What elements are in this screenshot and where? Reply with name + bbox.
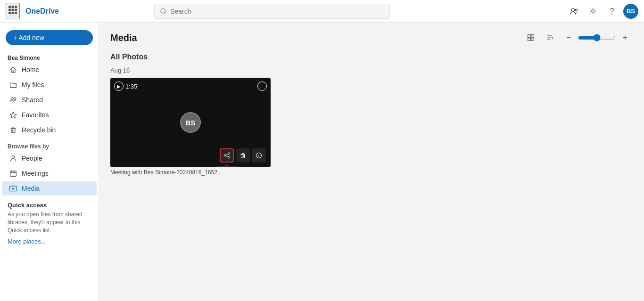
search-icon	[160, 8, 166, 15]
sidebar-item-people[interactable]: People	[2, 151, 97, 165]
share-people-icon[interactable]	[567, 4, 582, 19]
sidebar-item-shared[interactable]: Shared	[2, 93, 97, 107]
duration-label: 1:35	[125, 83, 137, 90]
sidebar-item-media[interactable]: Media	[2, 181, 97, 195]
play-icon: ▶	[114, 81, 124, 91]
user-avatar[interactable]: BS	[623, 4, 638, 19]
browse-files-by-label: Browse files by	[0, 139, 99, 151]
svg-line-37	[225, 154, 228, 155]
star-icon	[9, 111, 17, 119]
svg-point-20	[12, 156, 15, 159]
svg-rect-7	[12, 12, 14, 14]
svg-rect-2	[15, 6, 17, 8]
sidebar-item-favorites[interactable]: Favorites	[2, 108, 97, 122]
sidebar-item-recycle-bin[interactable]: Recycle bin	[2, 123, 97, 137]
svg-rect-30	[531, 38, 534, 41]
svg-rect-27	[528, 35, 531, 38]
photo-actions: Share	[220, 148, 266, 163]
sidebar-item-media-label: Media	[22, 185, 40, 192]
svg-rect-21	[10, 171, 17, 176]
svg-line-38	[225, 156, 228, 157]
play-badge: ▶ 1:35	[114, 81, 137, 91]
delete-button[interactable]	[236, 148, 250, 163]
select-circle[interactable]	[257, 81, 267, 91]
search-input[interactable]	[170, 8, 384, 15]
main-layout: + Add new Bea Simone Home My files	[0, 23, 644, 301]
svg-point-11	[571, 8, 574, 11]
share-btn-wrapper: Share	[220, 148, 234, 163]
share-icon	[223, 152, 230, 159]
sidebar: + Add new Bea Simone Home My files	[0, 23, 99, 301]
zoom-slider[interactable]	[578, 34, 616, 41]
svg-point-44	[258, 154, 259, 155]
app-logo: OneDrive	[25, 7, 59, 16]
sidebar-item-meetings[interactable]: Meetings	[2, 166, 97, 180]
apps-icon[interactable]	[6, 3, 20, 19]
svg-rect-3	[8, 9, 11, 11]
quick-access-desc: As you open files from shared libraries,…	[8, 211, 91, 234]
people-icon	[9, 155, 17, 162]
main-content: Media	[99, 23, 644, 301]
svg-point-15	[14, 98, 16, 100]
content-area: All Photos Aug 16 ▶ 1:35 B	[99, 49, 644, 301]
folder-icon	[9, 81, 17, 89]
sidebar-item-favorites-label: Favorites	[22, 111, 49, 119]
info-icon	[256, 152, 262, 159]
svg-rect-17	[11, 129, 15, 133]
share-tooltip: Share	[215, 166, 239, 167]
svg-point-35	[224, 155, 226, 156]
home-icon	[9, 66, 17, 73]
meetings-icon	[9, 170, 17, 177]
add-new-button[interactable]: + Add new	[6, 30, 93, 45]
svg-rect-8	[15, 12, 17, 14]
svg-rect-1	[12, 6, 14, 8]
photo-thumbnail[interactable]: ▶ 1:35 BS	[110, 78, 271, 167]
quick-access-title: Quick access	[8, 202, 91, 209]
help-icon[interactable]: ?	[604, 4, 619, 19]
avatar-in-thumb: BS	[180, 112, 201, 133]
grid-view-button[interactable]	[523, 30, 538, 45]
zoom-in-button[interactable]: +	[618, 30, 633, 45]
photo-filename: Meeting with Bea Simone-20240816_1652...	[110, 169, 271, 176]
svg-point-36	[228, 156, 230, 158]
more-places-link[interactable]: More places...	[0, 236, 99, 247]
date-label: Aug 16	[110, 67, 633, 74]
sort-button[interactable]	[542, 30, 557, 45]
svg-rect-5	[15, 9, 17, 11]
svg-marker-16	[10, 112, 17, 118]
delete-icon	[239, 152, 246, 159]
svg-point-12	[575, 9, 578, 11]
topbar: OneDrive ? BS	[0, 0, 644, 23]
share-button[interactable]	[220, 148, 234, 163]
shared-icon	[9, 96, 17, 104]
main-toolbar: − +	[523, 30, 633, 45]
recycle-bin-icon	[9, 126, 17, 134]
search-bar[interactable]	[154, 4, 390, 19]
quick-access-section: Quick access As you open files from shar…	[0, 196, 99, 236]
svg-marker-26	[12, 187, 15, 190]
sidebar-item-my-files[interactable]: My files	[2, 78, 97, 92]
sidebar-item-my-files-label: My files	[22, 81, 44, 89]
info-button[interactable]	[252, 148, 266, 163]
media-icon	[9, 185, 17, 192]
svg-point-13	[592, 10, 594, 12]
zoom-control: − +	[561, 30, 633, 45]
svg-rect-0	[8, 6, 11, 8]
photo-item[interactable]: ▶ 1:35 BS	[110, 78, 271, 176]
sidebar-item-home[interactable]: Home	[2, 63, 97, 77]
sidebar-item-meetings-label: Meetings	[22, 170, 49, 177]
svg-point-14	[11, 98, 13, 100]
topbar-right: ? BS	[567, 4, 638, 19]
settings-icon[interactable]	[586, 4, 601, 19]
svg-point-34	[228, 153, 230, 155]
photo-grid: ▶ 1:35 BS	[110, 78, 633, 176]
sidebar-item-recycle-bin-label: Recycle bin	[22, 126, 56, 134]
zoom-out-button[interactable]: −	[561, 30, 576, 45]
svg-rect-6	[8, 12, 11, 14]
section-heading: All Photos	[110, 53, 633, 61]
user-name: Bea Simone	[0, 53, 99, 62]
svg-rect-29	[528, 38, 531, 41]
svg-point-9	[161, 8, 165, 13]
sidebar-item-people-label: People	[22, 155, 42, 162]
page-title: Media	[110, 33, 137, 43]
